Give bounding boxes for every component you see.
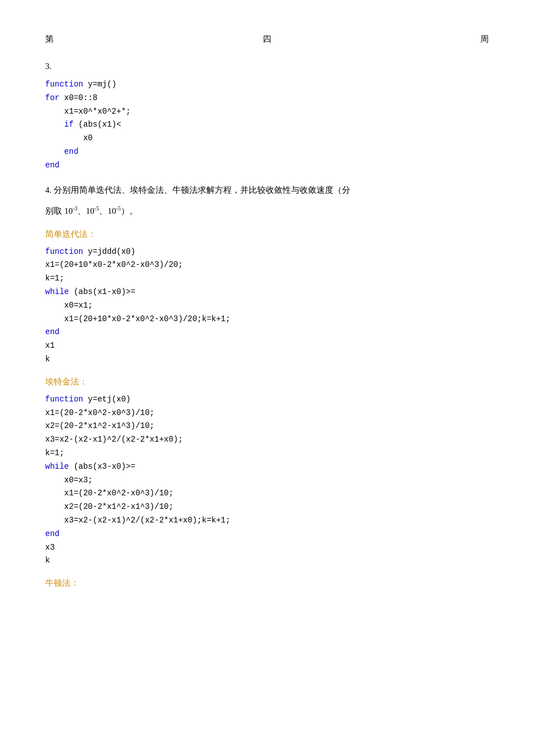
kw-end-for: end bbox=[45, 161, 59, 170]
code-jddd: y=jddd(x0) bbox=[83, 247, 135, 256]
code-line-7: end bbox=[45, 159, 489, 172]
code-line-4: if (abs(x1)< bbox=[45, 118, 489, 132]
code-line-3: x1=x0^*x0^2+*; bbox=[45, 105, 489, 119]
code-line-6: end bbox=[45, 145, 489, 159]
code-x3-out: x3 bbox=[45, 543, 55, 552]
code-line-1: function y=mj() bbox=[45, 78, 489, 92]
code-x0: x0 bbox=[45, 133, 93, 142]
a-line-12: x3 bbox=[45, 541, 489, 555]
a-line-13: k bbox=[45, 554, 489, 568]
desc-label2: 别取 10 bbox=[45, 206, 73, 215]
kw-end-while-simple: end bbox=[45, 327, 59, 336]
s-line-1: function y=jddd(x0) bbox=[45, 245, 489, 259]
sup1: -3 bbox=[73, 205, 77, 211]
a-line-11: end bbox=[45, 528, 489, 541]
newton-section: 牛顿法： bbox=[45, 578, 489, 589]
simple-code: function y=jddd(x0) x1=(20+10*x0-2*x0^2-… bbox=[45, 245, 489, 366]
section-4-line2: 别取 10-3、10-5、10-5）。 bbox=[45, 204, 489, 219]
code-k1: k=1; bbox=[45, 274, 64, 283]
section-3: 3. function y=mj() for x0=0::8 x1=x0^*x0… bbox=[45, 62, 489, 172]
code-x1-calc: x1=x0^*x0^2+*; bbox=[45, 107, 131, 116]
end: ）。 bbox=[121, 206, 138, 215]
kw-function-simple: function bbox=[45, 247, 83, 256]
mid2: 、10 bbox=[99, 206, 116, 215]
section-3-label: 3. bbox=[45, 62, 489, 71]
kw-while-simple: while bbox=[45, 287, 69, 296]
code-x0-etj: x0=x3; bbox=[45, 476, 93, 485]
code-x1-jddd: x1=(20+10*x0-2*x0^2-x0^3)/20; bbox=[45, 260, 183, 269]
s-line-4: while (abs(x1-x0)>= bbox=[45, 286, 489, 299]
code-indent2 bbox=[45, 147, 64, 156]
section-3-code: function y=mj() for x0=0::8 x1=x0^*x0^2+… bbox=[45, 78, 489, 172]
code-mj: y=mj() bbox=[83, 80, 116, 89]
header-row: 第 四 周 bbox=[45, 34, 489, 45]
kw-function-1: function bbox=[45, 80, 83, 89]
code-x1-out: x1 bbox=[45, 341, 55, 350]
code-etj: y=etj(x0) bbox=[83, 395, 131, 404]
code-while-cond-aitken: (abs(x3-x0)>= bbox=[69, 462, 136, 471]
kw-while-aitken: while bbox=[45, 462, 69, 471]
s-line-7: end bbox=[45, 326, 489, 339]
a-line-3: x2=(20-2*x1^2-x1^3)/10; bbox=[45, 420, 489, 433]
a-line-5: k=1; bbox=[45, 447, 489, 460]
s-line-5: x0=x1; bbox=[45, 299, 489, 313]
a-line-10: x3=x2-(x2-x1)^2/(x2-2*x1+x0);k=k+1; bbox=[45, 514, 489, 528]
code-x2-etj2: x2=(20-2*x1^2-x1^3)/10; bbox=[45, 502, 173, 511]
mid1: 、10 bbox=[77, 206, 94, 215]
code-for-range: x0=0::8 bbox=[59, 93, 97, 102]
kw-function-aitken: function bbox=[45, 395, 83, 404]
code-line-5: x0 bbox=[45, 132, 489, 145]
code-x3-etj: x3=x2-(x2-x1)^2/(x2-2*x1+x0); bbox=[45, 435, 183, 444]
a-line-4: x3=x2-(x2-x1)^2/(x2-2*x1+x0); bbox=[45, 433, 489, 447]
a-line-9: x2=(20-2*x1^2-x1^3)/10; bbox=[45, 500, 489, 514]
a-line-1: function y=etj(x0) bbox=[45, 393, 489, 407]
s-line-2: x1=(20+10*x0-2*x0^2-x0^3)/20; bbox=[45, 258, 489, 272]
s-line-3: k=1; bbox=[45, 272, 489, 286]
code-indent bbox=[45, 120, 64, 129]
a-line-7: x0=x3; bbox=[45, 474, 489, 487]
code-x1-etj2: x1=(20-2*x0^2-x0^3)/10; bbox=[45, 489, 173, 498]
code-x2-etj: x2=(20-2*x1^2-x1^3)/10; bbox=[45, 421, 154, 430]
simple-title: 简单迭代法： bbox=[45, 229, 489, 240]
kw-if: if bbox=[64, 120, 74, 129]
simple-section: 简单迭代法： function y=jddd(x0) x1=(20+10*x0-… bbox=[45, 229, 489, 366]
code-x1-update: x1=(20+10*x0-2*x0^2-x0^3)/20;k=k+1; bbox=[45, 314, 231, 323]
code-x1-etj: x1=(20-2*x0^2-x0^3)/10; bbox=[45, 408, 154, 417]
code-k-out: k bbox=[45, 355, 50, 364]
section-4-line1: 4. 分别用简单迭代法、埃特金法、牛顿法求解方程，并比较收敛性与收敛速度（分 bbox=[45, 183, 489, 198]
s-line-8: x1 bbox=[45, 339, 489, 353]
header-right: 周 bbox=[480, 34, 489, 45]
a-line-2: x1=(20-2*x0^2-x0^3)/10; bbox=[45, 407, 489, 420]
code-if-cond: (abs(x1)< bbox=[73, 120, 121, 129]
section-4-desc: 4. 分别用简单迭代法、埃特金法、牛顿法求解方程，并比较收敛性与收敛速度（分 别… bbox=[45, 183, 489, 219]
kw-for: for bbox=[45, 93, 59, 102]
code-k1-etj: k=1; bbox=[45, 448, 64, 457]
aitken-code: function y=etj(x0) x1=(20-2*x0^2-x0^3)/1… bbox=[45, 393, 489, 568]
a-line-8: x1=(20-2*x0^2-x0^3)/10; bbox=[45, 487, 489, 500]
sup3: -5 bbox=[116, 205, 120, 211]
aitken-title: 埃特金法： bbox=[45, 377, 489, 387]
code-line-2: for x0=0::8 bbox=[45, 92, 489, 105]
code-x0x1: x0=x1; bbox=[45, 301, 93, 310]
code-while-cond-simple: (abs(x1-x0)>= bbox=[69, 287, 136, 296]
kw-end-if: end bbox=[64, 147, 79, 156]
aitken-section: 埃特金法： function y=etj(x0) x1=(20-2*x0^2-x… bbox=[45, 377, 489, 568]
kw-end-while-aitken: end bbox=[45, 529, 59, 538]
code-x3-etj2: x3=x2-(x2-x1)^2/(x2-2*x1+x0);k=k+1; bbox=[45, 516, 231, 525]
header-center: 四 bbox=[263, 34, 271, 45]
desc-label: 4. 分别用简单迭代法、埃特金法、牛顿法求解方程，并比较收敛性与收敛速度（分 bbox=[45, 185, 350, 195]
header-left: 第 bbox=[45, 34, 54, 45]
s-line-6: x1=(20+10*x0-2*x0^2-x0^3)/20;k=k+1; bbox=[45, 313, 489, 326]
code-k-out-aitken: k bbox=[45, 556, 50, 565]
a-line-6: while (abs(x3-x0)>= bbox=[45, 460, 489, 474]
newton-title: 牛顿法： bbox=[45, 578, 489, 589]
s-line-9: k bbox=[45, 353, 489, 366]
